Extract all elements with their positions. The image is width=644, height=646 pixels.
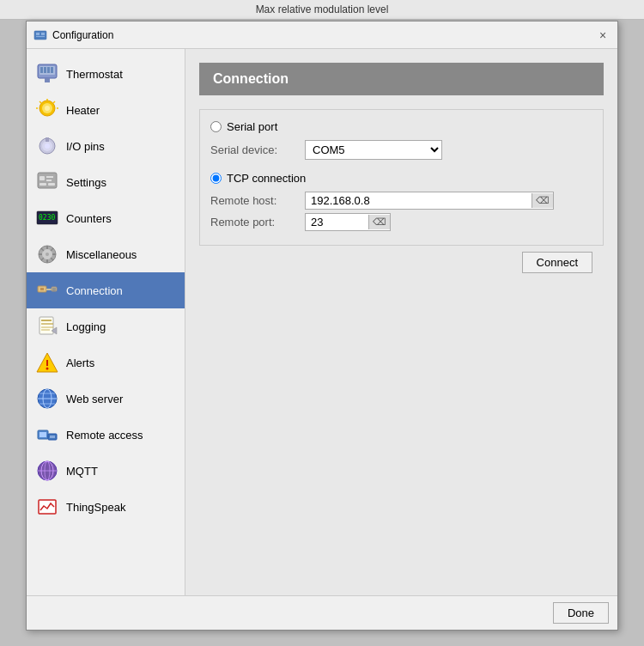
thermostat-icon — [35, 62, 59, 86]
remote-port-row: Remote port: ⌫ — [210, 213, 592, 231]
sidebar-item-alerts[interactable]: Alerts — [27, 344, 185, 381]
remote-port-input[interactable] — [306, 214, 368, 230]
tcp-radio-row: TCP connection — [210, 172, 592, 185]
svg-line-17 — [39, 101, 41, 103]
sidebar-label-thingspeak: ThingSpeak — [66, 501, 125, 514]
connect-button[interactable]: Connect — [522, 252, 592, 273]
config-window: Configuration × Therm — [26, 21, 618, 631]
window-footer: Done — [27, 595, 617, 630]
svg-point-21 — [45, 143, 50, 149]
tcp-label[interactable]: TCP connection — [227, 172, 306, 185]
svg-rect-7 — [44, 67, 46, 73]
remote-host-label: Remote host: — [210, 194, 305, 207]
sidebar-item-logging[interactable]: Logging — [27, 308, 185, 344]
sidebar-label-alerts: Alerts — [66, 357, 94, 369]
svg-rect-6 — [40, 67, 43, 73]
sidebar-label-iopins: I/O pins — [66, 140, 105, 153]
sidebar-item-connection[interactable]: Connection — [27, 272, 185, 308]
logging-icon — [35, 314, 59, 338]
sidebar-item-iopins[interactable]: I/O pins — [27, 128, 185, 164]
settings-icon — [35, 170, 59, 194]
svg-rect-3 — [36, 36, 45, 37]
sidebar-item-thingspeak[interactable]: ThingSpeak — [27, 489, 185, 525]
remote-icon — [35, 423, 59, 447]
svg-rect-26 — [46, 180, 52, 181]
done-button[interactable]: Done — [553, 602, 609, 624]
serial-port-radio-row: Serial port — [210, 120, 592, 133]
sidebar-item-counters[interactable]: 0230 Counters — [27, 200, 185, 236]
sidebar-label-logging: Logging — [66, 320, 106, 333]
svg-rect-27 — [39, 183, 46, 186]
svg-point-47 — [54, 288, 56, 289]
svg-point-33 — [46, 253, 49, 256]
outer-title-bar: Max relative modulation level — [0, 0, 644, 20]
thingspeak-icon — [35, 495, 59, 519]
main-content: Connection Serial port Serial device: CO… — [185, 49, 617, 595]
misc-icon — [35, 242, 59, 266]
section-title: Connection — [199, 63, 604, 95]
heater-icon — [35, 98, 59, 122]
alerts-icon — [35, 350, 59, 375]
connection-options-panel: Serial port Serial device: COM5 TCP conn… — [199, 109, 604, 246]
svg-point-49 — [54, 289, 56, 291]
sidebar-item-settings[interactable]: Settings — [27, 164, 185, 200]
remote-host-row: Remote host: ⌫ — [210, 192, 592, 210]
remote-host-input[interactable] — [306, 192, 532, 209]
svg-point-13 — [45, 106, 50, 111]
remote-port-input-wrapper: ⌫ — [305, 213, 391, 231]
remote-port-clear-button[interactable]: ⌫ — [368, 215, 390, 229]
svg-rect-10 — [45, 78, 50, 82]
svg-rect-65 — [39, 432, 46, 437]
svg-rect-28 — [48, 183, 55, 186]
serial-device-row: Serial device: COM5 — [210, 140, 592, 160]
counters-icon: 0230 — [35, 206, 59, 230]
sidebar-item-mqtt[interactable]: MQTT — [27, 453, 185, 489]
svg-rect-43 — [40, 288, 44, 290]
serial-port-label[interactable]: Serial port — [227, 120, 277, 133]
sidebar-label-heater: Heater — [66, 104, 100, 117]
iopins-icon — [35, 134, 59, 158]
window-titlebar: Configuration × — [27, 21, 617, 49]
close-button[interactable]: × — [595, 27, 611, 43]
remote-port-label: Remote port: — [210, 216, 305, 229]
sidebar-label-remoteaccess: Remote access — [66, 429, 143, 442]
svg-line-15 — [53, 101, 55, 103]
connection-icon — [35, 278, 59, 302]
svg-rect-25 — [46, 176, 53, 178]
sidebar: Thermostat Heater — [27, 49, 185, 595]
sidebar-label-webserver: Web server — [66, 393, 123, 405]
svg-rect-22 — [46, 137, 49, 142]
sidebar-item-miscellaneous[interactable]: Miscellaneous — [27, 236, 185, 272]
serial-device-label: Serial device: — [210, 143, 305, 156]
outer-title-text: Max relative modulation level — [256, 3, 389, 15]
sidebar-label-connection: Connection — [66, 284, 123, 297]
sidebar-item-heater[interactable]: Heater — [27, 92, 185, 128]
sidebar-label-miscellaneous: Miscellaneous — [66, 248, 137, 261]
sidebar-label-mqtt: MQTT — [66, 465, 98, 478]
sidebar-label-settings: Settings — [66, 176, 106, 189]
serial-port-radio[interactable] — [210, 121, 222, 132]
serial-device-select[interactable]: COM5 — [305, 140, 442, 160]
svg-rect-57 — [46, 360, 48, 366]
sidebar-item-thermostat[interactable]: Thermostat — [27, 56, 185, 92]
svg-rect-67 — [50, 436, 55, 438]
remote-host-clear-button[interactable]: ⌫ — [532, 193, 553, 208]
window-body: Thermostat Heater — [27, 49, 617, 595]
svg-rect-45 — [52, 287, 57, 291]
svg-rect-8 — [47, 67, 50, 73]
mqtt-icon — [35, 459, 59, 483]
svg-rect-44 — [46, 289, 52, 290]
sidebar-item-remoteaccess[interactable]: Remote access — [27, 417, 185, 453]
tcp-radio[interactable] — [210, 173, 222, 184]
webserver-icon — [35, 387, 59, 411]
svg-point-48 — [52, 289, 54, 291]
sidebar-item-webserver[interactable]: Web server — [27, 381, 185, 417]
window-app-icon — [33, 28, 47, 42]
svg-rect-24 — [39, 176, 45, 180]
svg-rect-9 — [51, 67, 53, 73]
svg-point-46 — [52, 288, 54, 289]
svg-rect-1 — [36, 33, 39, 35]
sidebar-label-thermostat: Thermostat — [66, 68, 123, 81]
svg-rect-51 — [41, 320, 52, 321]
svg-point-58 — [46, 368, 49, 370]
